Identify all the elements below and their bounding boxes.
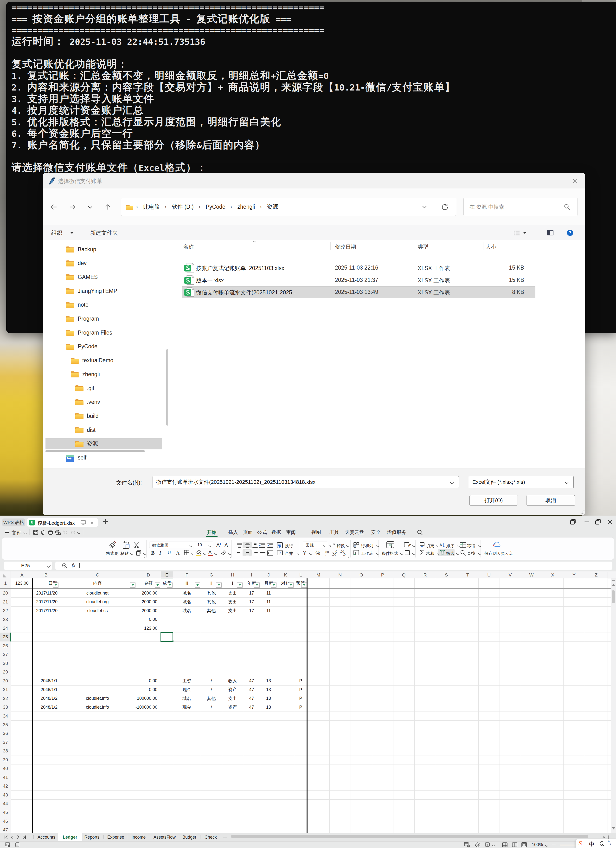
col-header-S[interactable]: S [436,571,457,578]
filetype-select[interactable]: Excel文件 (*.xlsx;*.xls) [469,476,574,488]
tree-item-JiangYingTEMP[interactable]: JiangYingTEMP [66,286,117,297]
sheet-tab-AssetsFlow[interactable]: AssetsFlow [150,833,179,841]
col-header-M[interactable]: M [307,571,329,578]
format-painter-icon[interactable] [108,541,116,550]
organize-button[interactable]: 组织 [51,229,62,237]
copy-dropdown-icon[interactable] [142,552,146,554]
col-header-T[interactable]: T [457,571,478,578]
row-header-26[interactable]: 26 [0,642,11,650]
ribbon-tab-公式[interactable]: 公式 [254,528,270,536]
row-header-32[interactable]: 32 [0,694,11,703]
undo-icon[interactable] [62,530,68,535]
format-painter-label[interactable]: 格式刷 [106,551,118,556]
recent-locations-icon[interactable] [88,205,93,209]
borders-dropdown-icon[interactable] [190,552,194,554]
print-preview-icon[interactable] [55,529,61,535]
file-col-0[interactable]: 名称 [183,243,194,251]
address-bar[interactable]: ›此电脑›软件 (D:)›PyCode›zhengli›资源 [121,198,456,216]
tree-item-textualDemo[interactable]: textualDemo [70,355,113,366]
row-header-30[interactable]: 30 [0,677,11,685]
zoom-formula-icon[interactable] [62,563,68,569]
file-col-3[interactable]: 大小 [486,243,496,251]
view-normal-icon[interactable] [502,842,508,848]
ime-moon-icon[interactable] [599,841,604,846]
print-icon[interactable] [47,529,53,535]
clear-format-dropdown-icon[interactable] [228,552,231,554]
merge-icon[interactable] [277,550,283,556]
convert-label[interactable]: 转换 [337,543,345,549]
file-menu-icon[interactable] [5,530,10,535]
tree-item-dist[interactable]: dist [75,424,96,436]
ribbon-tab-天翼云盘[interactable]: 天翼云盘 [341,528,367,536]
copy-icon[interactable] [136,550,142,556]
find-dropdown-icon[interactable] [477,552,481,554]
sheet-tab-Income[interactable]: Income [127,833,150,841]
font-color-dropdown-icon[interactable] [214,552,217,554]
row-header-24[interactable]: 24 [0,624,11,633]
filter-button-D[interactable] [155,583,160,587]
indent-increase-icon[interactable] [267,543,273,548]
fill-color-icon[interactable] [195,549,202,556]
currency-icon[interactable]: ¥ [303,550,308,556]
percent-icon[interactable]: % [315,550,321,556]
file-row[interactable]: 微信支付账单流水文件(20251021-2025...2025-11-03 13… [171,286,585,298]
vscroll-split-handle[interactable] [612,580,615,581]
freeze-icon[interactable] [460,542,466,548]
sheet-tab-Budget[interactable]: Budget [179,833,200,841]
col-header-W[interactable]: W [521,571,542,578]
workspace-icon[interactable] [570,519,576,525]
file-row[interactable]: 按账户复式记账账单_20251103.xlsx2025-11-03 22:16X… [171,262,585,274]
filename-input[interactable]: 微信支付账单流水文件(20251021-20251102)_2025110313… [153,476,459,488]
sheet-nav-last-icon[interactable] [22,835,27,839]
ribbon-tab-插入[interactable]: 插入 [225,528,241,536]
valign-top-icon[interactable] [237,543,243,548]
save-cloud-label[interactable]: 保存到天翼云盘 [484,551,513,556]
wrap-text-icon[interactable] [277,542,283,549]
status-select-icon[interactable] [485,842,491,848]
distribute-icon[interactable] [267,550,273,556]
sum-label[interactable]: 求和 [426,551,434,556]
save-icon[interactable] [33,529,38,535]
ribbon-tab-审阅[interactable]: 审阅 [283,528,299,536]
status-eye-icon[interactable] [474,842,481,848]
filter-button-F[interactable] [195,583,200,587]
col-header-I[interactable]: I [243,571,260,578]
col-header-O[interactable]: O [351,571,372,578]
halign-left-icon[interactable] [237,550,243,556]
ime-lang[interactable]: 中 [589,841,594,848]
status-macro-icon[interactable] [5,842,10,848]
tree-item-self[interactable]: self [66,452,86,463]
filter-button-C[interactable] [130,583,135,587]
filter-button-I[interactable] [254,583,260,587]
close-window-icon[interactable] [607,519,613,525]
new-folder-button[interactable]: 新建文件夹 [90,229,118,237]
tree-hscrollbar[interactable] [46,450,145,452]
indent-decrease-icon[interactable] [259,543,265,548]
freeze-dropdown-icon[interactable] [477,544,481,547]
row-header-31[interactable]: 31 [0,685,11,694]
row-header-34[interactable]: 34 [0,712,11,720]
sort-icon[interactable]: A [439,542,446,548]
row-header-20[interactable]: 20 [0,589,11,597]
font-name-combo[interactable]: 微软雅黑 [149,541,194,548]
breadcrumb-segment[interactable]: 此电脑 [143,203,160,211]
file-col-2[interactable]: 类型 [418,243,428,251]
number-group-expander-icon[interactable] [346,556,349,559]
row-header-43[interactable]: 43 [0,790,11,799]
document-tab[interactable]: 模板-Ledgert.xlsx [27,518,98,527]
clear-format-icon[interactable] [221,550,227,556]
add-sheet-icon[interactable] [222,835,228,840]
open-button[interactable]: 打开(O) [469,495,518,506]
valign-bottom-icon[interactable] [252,543,258,548]
dialog-close-icon[interactable] [572,178,579,184]
filter-button-J[interactable] [271,583,277,587]
sheet-tab-Check[interactable]: Check [201,833,221,841]
convert-icon[interactable] [329,542,335,548]
status-pivot-icon[interactable] [464,842,470,848]
new-tab-icon[interactable] [102,518,109,525]
fill-color-dropdown-icon[interactable] [202,552,206,554]
cell-style-dropdown-icon[interactable] [412,552,415,554]
filter-button-B[interactable] [53,583,58,587]
row-header-1[interactable]: 1 [0,578,11,588]
file-col-1[interactable]: 修改日期 [335,243,356,251]
